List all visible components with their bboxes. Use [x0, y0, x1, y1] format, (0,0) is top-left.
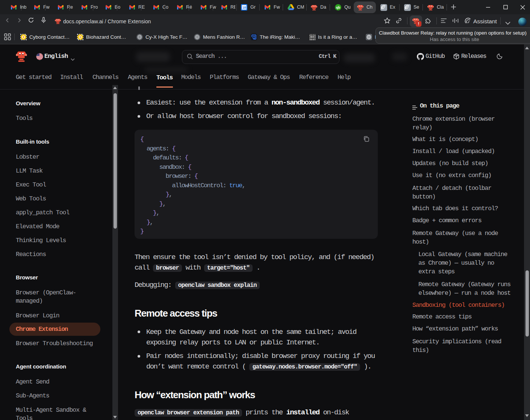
svg-text:18: 18 [242, 6, 246, 9]
svg-text:qb: qb [336, 6, 340, 9]
